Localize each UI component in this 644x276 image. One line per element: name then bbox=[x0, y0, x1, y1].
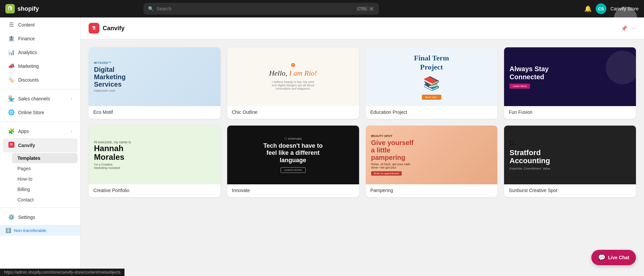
shopify-logo[interactable]: shopify bbox=[5, 4, 39, 13]
sidebar-item-online-store[interactable]: 🌐 Online Store bbox=[3, 106, 78, 119]
sales-channels-icon: 🏪 bbox=[8, 95, 15, 102]
template-card-sunburst[interactable]: ⬡ StratfordAccounting Expertise. Commitm… bbox=[504, 126, 636, 197]
sidebar-item-canvify[interactable]: Canvify bbox=[3, 138, 78, 152]
template-thumb: Always Stay Connected Learn More bbox=[504, 47, 636, 106]
sidebar: ☰ Content 🏦 Finance 📊 Analytics 📣 Market… bbox=[0, 17, 81, 276]
live-chat-label: Live Chat bbox=[608, 255, 629, 260]
sidebar-item-contact[interactable]: Contact bbox=[12, 195, 78, 205]
url-bar: https://admin.shopify.com/store/canvify-… bbox=[0, 269, 125, 276]
billing-label: Billing bbox=[17, 187, 30, 192]
chevron-right-icon: › bbox=[71, 96, 72, 101]
live-chat-button[interactable]: 💬 Live Chat bbox=[591, 250, 636, 265]
app-header: Canvify 📌 ··· bbox=[81, 17, 644, 39]
chevron-right-icon-2: › bbox=[71, 129, 72, 134]
canvify-app-icon bbox=[89, 23, 99, 34]
template-card-pampering[interactable]: BEAUTY SPOT Give yourselfa littlepamperi… bbox=[366, 126, 498, 197]
non-transferable-bar[interactable]: ℹ️ Non-transferable bbox=[0, 225, 80, 236]
sidebar-item-analytics-label: Analytics bbox=[18, 50, 37, 55]
sidebar-item-finance[interactable]: 🏦 Finance bbox=[3, 32, 78, 45]
content-area: Canvify 📌 ··· WYGINS™ DigitalMarketingSe… bbox=[81, 17, 644, 276]
non-transferable-label: Non-transferable bbox=[14, 228, 46, 233]
template-card-eco-motif[interactable]: WYGINS™ DigitalMarketingServices FEBRUAR… bbox=[89, 47, 220, 119]
template-thumb: WYGINS™ DigitalMarketingServices FEBRUAR… bbox=[89, 47, 220, 106]
app-header-left: Canvify bbox=[89, 23, 125, 34]
template-thumb: ⬡ schematiq Tech doesn't have to feel li… bbox=[227, 126, 359, 184]
template-name: Sunburst Creative Spot bbox=[504, 184, 636, 197]
sidebar-item-discounts-label: Discounts bbox=[18, 77, 39, 83]
template-thumb: Final TermProject 📚 More Info › bbox=[366, 47, 498, 106]
template-name: Creative Portfolio bbox=[89, 184, 220, 197]
divider-1 bbox=[0, 89, 80, 89]
avatar[interactable]: CS bbox=[596, 3, 606, 14]
ctrl-key: CTRL bbox=[356, 6, 368, 11]
pages-label: Pages bbox=[17, 166, 31, 171]
template-thumb: ⬡ StratfordAccounting Expertise. Commitm… bbox=[504, 126, 636, 184]
url-text: https://admin.shopify.com/store/canvify-… bbox=[4, 270, 120, 275]
template-thumb: BEAUTY SPOT Give yourselfa littlepamperi… bbox=[366, 126, 498, 184]
shopify-logo-icon bbox=[5, 4, 15, 13]
canvify-sub-items: Templates Pages How-to Billing Contact bbox=[0, 153, 80, 205]
info-icon: ℹ️ bbox=[5, 228, 11, 233]
analytics-icon: 📊 bbox=[8, 49, 15, 55]
notification-bell-icon[interactable]: 🔔 bbox=[584, 5, 592, 12]
sidebar-item-finance-label: Finance bbox=[18, 36, 35, 41]
sidebar-item-settings[interactable]: ⚙️ Settings bbox=[3, 211, 78, 224]
content-icon: ☰ bbox=[8, 21, 15, 28]
divider-2 bbox=[0, 122, 80, 122]
sidebar-item-analytics[interactable]: 📊 Analytics bbox=[3, 46, 78, 59]
sidebar-sales-channels[interactable]: 🏪 Sales channels › bbox=[3, 92, 78, 105]
sidebar-apps-label: Apps bbox=[18, 129, 29, 134]
sidebar-online-store-label: Online Store bbox=[18, 110, 44, 115]
template-card-fun-fusion[interactable]: Always Stay Connected Learn More Fun Fus… bbox=[504, 47, 636, 119]
marketing-icon: 📣 bbox=[8, 63, 15, 69]
template-card-innovate[interactable]: ⬡ schematiq Tech doesn't have to feel li… bbox=[227, 126, 359, 197]
sidebar-item-billing[interactable]: Billing bbox=[12, 184, 78, 194]
template-name: Chic Outline bbox=[227, 106, 359, 119]
search-shortcut: CTRL K bbox=[356, 6, 374, 11]
divider-3 bbox=[0, 208, 80, 208]
canvify-label: Canvify bbox=[18, 143, 35, 148]
sidebar-item-templates[interactable]: Templates bbox=[12, 153, 78, 163]
how-to-label: How-to bbox=[17, 176, 32, 182]
sidebar-item-pages[interactable]: Pages bbox=[12, 164, 78, 174]
sidebar-item-marketing[interactable]: 📣 Marketing bbox=[3, 59, 78, 73]
templates-label: Templates bbox=[17, 155, 40, 161]
sidebar-item-how-to[interactable]: How-to bbox=[12, 174, 78, 184]
template-card-creative-portfolio[interactable]: Hi everyone, my name is HannahMorales I'… bbox=[89, 126, 220, 197]
sidebar-item-marketing-label: Marketing bbox=[18, 63, 39, 69]
sidebar-item-content[interactable]: ☰ Content bbox=[3, 18, 78, 31]
sidebar-item-content-label: Content bbox=[18, 22, 35, 28]
discounts-icon: 🏷️ bbox=[8, 77, 15, 83]
template-name: Education Project bbox=[366, 106, 498, 119]
sidebar-item-discounts[interactable]: 🏷️ Discounts bbox=[3, 73, 78, 86]
sidebar-apps-section[interactable]: 🧩 Apps › bbox=[3, 125, 78, 138]
settings-icon: ⚙️ bbox=[8, 214, 15, 220]
template-name: Fun Fusion bbox=[504, 106, 636, 119]
templates-grid: WYGINS™ DigitalMarketingServices FEBRUAR… bbox=[81, 39, 644, 276]
settings-label: Settings bbox=[18, 215, 35, 220]
live-chat-icon: 💬 bbox=[598, 254, 605, 261]
k-key: K bbox=[369, 6, 374, 11]
top-navigation: shopify 🔍 CTRL K 🔔 CS Canvify Store bbox=[0, 0, 644, 17]
template-thumb: Hi everyone, my name is HannahMorales I'… bbox=[89, 126, 220, 184]
search-input[interactable] bbox=[156, 6, 353, 11]
shopify-logo-text: shopify bbox=[17, 5, 39, 12]
contact-label: Contact bbox=[17, 197, 34, 202]
template-thumb: 🏵️ Hello, I am Rio! I believe beauty is … bbox=[227, 47, 359, 106]
finance-icon: 🏦 bbox=[8, 35, 15, 42]
online-store-icon: 🌐 bbox=[8, 109, 15, 116]
template-name: Pampering bbox=[366, 184, 498, 197]
sidebar-sales-channels-label: Sales channels bbox=[18, 96, 50, 101]
search-bar[interactable]: 🔍 CTRL K bbox=[144, 3, 379, 14]
canvify-sidebar-icon bbox=[8, 142, 15, 149]
template-name: Eco Motif bbox=[89, 106, 220, 119]
search-icon: 🔍 bbox=[148, 6, 154, 11]
app-title: Canvify bbox=[103, 25, 125, 32]
main-layout: ☰ Content 🏦 Finance 📊 Analytics 📣 Market… bbox=[0, 17, 644, 276]
apps-section-icon: 🧩 bbox=[8, 128, 15, 134]
template-card-chic-outline[interactable]: 🏵️ Hello, I am Rio! I believe beauty is … bbox=[227, 47, 359, 119]
template-name: Innovate bbox=[227, 184, 359, 197]
svg-rect-0 bbox=[8, 142, 14, 148]
template-card-education-project[interactable]: Final TermProject 📚 More Info › Educatio… bbox=[366, 47, 498, 119]
